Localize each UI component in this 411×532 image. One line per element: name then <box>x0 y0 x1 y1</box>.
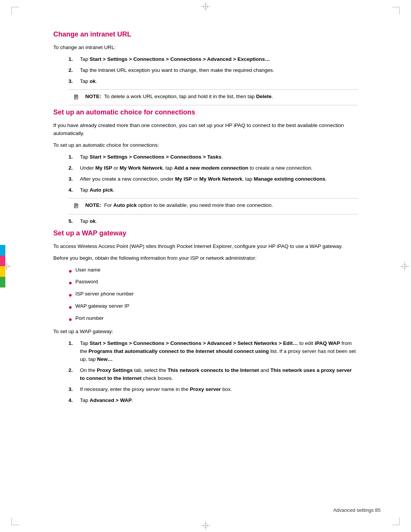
reg-mark-top <box>201 2 210 11</box>
page-footer: Advanced settings 85 <box>333 507 381 513</box>
step-number: 1. <box>68 56 80 64</box>
step-2-change-intranet: 2. Tap the intranet URL exception you wa… <box>68 67 358 75</box>
step-number: 2. <box>68 164 80 172</box>
bullet-text: Port number <box>75 314 104 322</box>
corner-mark-bl <box>11 518 19 525</box>
note-icon: 🖹 <box>73 93 82 102</box>
intro1-wap: To access Wireless Access Point (WAP) si… <box>53 243 358 251</box>
step-number: 3. <box>68 175 80 183</box>
step-content: Under My ISP or My Work Network, tap Add… <box>80 164 358 172</box>
note-text: NOTE: For Auto pick option to be availab… <box>85 202 273 210</box>
note-change-intranet: 🖹 NOTE: To delete a work URL exception, … <box>68 89 358 106</box>
step-content: Tap Advanced > WAP. <box>80 397 358 405</box>
step-1-auto: 1. Tap Start > Settings > Connections > … <box>68 153 358 161</box>
intro2-wap: Before you begin, obtain the following i… <box>53 254 358 262</box>
bullet-item-password: ● Password <box>68 278 358 288</box>
step-content: Tap Start > Settings > Connections > Con… <box>80 153 358 161</box>
color-bar-cyan <box>0 245 5 256</box>
step-content: Tap ok. <box>80 218 358 226</box>
bullet-item-wap-ip: ● WAP gateway server IP <box>68 302 358 312</box>
intro2-automatic-choice: To set up an automatic choice for connec… <box>53 141 358 149</box>
step-number: 4. <box>68 186 80 194</box>
intro3-wap: To set up a WAP gateway: <box>53 328 358 336</box>
intro-change-intranet-url: To change an intranet URL: <box>53 44 358 52</box>
step-number: 3. <box>68 386 80 394</box>
bullet-icon: ● <box>68 303 75 312</box>
bullet-icon: ● <box>68 291 75 300</box>
corner-mark-tl <box>11 7 19 14</box>
bullet-text: Password <box>75 278 98 286</box>
step-content: Tap Start > Settings > Connections > Con… <box>80 340 358 364</box>
bullet-icon: ● <box>68 315 75 324</box>
step-content: Tap the intranet URL exception you want … <box>80 67 358 75</box>
steps-change-intranet-url: 1. Tap Start > Settings > Connections > … <box>68 56 358 86</box>
step-2-wap: 2. On the Proxy Settings tab, select the… <box>68 367 358 383</box>
step-number: 1. <box>68 340 80 348</box>
corner-mark-tr <box>392 7 400 14</box>
step-content: Tap ok. <box>80 78 358 86</box>
step-content: After you create a new connection, under… <box>80 175 358 183</box>
step-content: On the Proxy Settings tab, select the Th… <box>80 367 358 383</box>
step-3-change-intranet: 3. Tap ok. <box>68 78 358 86</box>
step-content: If necessary, enter the proxy server nam… <box>80 386 358 394</box>
intro1-automatic-choice: If you have already created more than on… <box>53 122 358 138</box>
step-number: 5. <box>68 218 80 226</box>
section-wap-gateway: Set up a WAP gateway To access Wireless … <box>53 229 358 405</box>
bullet-item-isp-phone: ● ISP server phone number <box>68 290 358 300</box>
step-number: 2. <box>68 67 80 75</box>
step-2-auto: 2. Under My ISP or My Work Network, tap … <box>68 164 358 172</box>
note-automatic-choice: 🖹 NOTE: For Auto pick option to be avail… <box>68 198 358 214</box>
step-1-wap: 1. Tap Start > Settings > Connections > … <box>68 340 358 364</box>
heading-automatic-choice: Set up an automatic choice for connectio… <box>53 108 358 116</box>
bullet-text: WAP gateway server IP <box>75 302 129 310</box>
step-1-change-intranet: 1. Tap Start > Settings > Connections > … <box>68 56 358 64</box>
step-4-wap: 4. Tap Advanced > WAP. <box>68 397 358 405</box>
bullet-text: ISP server phone number <box>75 290 134 298</box>
section-automatic-choice: Set up an automatic choice for connectio… <box>53 108 358 225</box>
color-bar-magenta <box>0 256 5 266</box>
bullet-item-port: ● Port number <box>68 314 358 324</box>
color-bars <box>0 245 5 287</box>
step-content: Tap Start > Settings > Connections > Con… <box>80 56 358 64</box>
note-icon: 🖹 <box>73 202 82 211</box>
color-bar-yellow <box>0 266 5 277</box>
step-3-wap: 3. If necessary, enter the proxy server … <box>68 386 358 394</box>
step-number: 2. <box>68 367 80 375</box>
step-3-auto: 3. After you create a new connection, un… <box>68 175 358 183</box>
step-number: 3. <box>68 78 80 86</box>
bullet-item-username: ● User name <box>68 266 358 276</box>
step-number: 1. <box>68 153 80 161</box>
step-content: Tap Auto pick. <box>80 186 358 194</box>
color-bar-green <box>0 277 5 287</box>
section-change-intranet-url: Change an intranet URL To change an intr… <box>53 30 358 105</box>
bullet-list-wap: ● User name ● Password ● ISP server phon… <box>68 266 358 324</box>
steps-wap: 1. Tap Start > Settings > Connections > … <box>68 340 358 404</box>
bullet-icon: ● <box>68 267 75 276</box>
step-number: 4. <box>68 397 80 405</box>
step-5-auto: 5. Tap ok. <box>68 218 358 226</box>
reg-mark-right <box>400 262 409 271</box>
bullet-icon: ● <box>68 278 75 288</box>
steps-automatic-choice: 1. Tap Start > Settings > Connections > … <box>68 153 358 194</box>
heading-change-intranet-url: Change an intranet URL <box>53 30 358 38</box>
heading-wap-gateway: Set up a WAP gateway <box>53 229 358 237</box>
step-4-auto: 4. Tap Auto pick. <box>68 186 358 194</box>
bullet-text: User name <box>75 266 100 274</box>
steps2-automatic-choice: 5. Tap ok. <box>68 218 358 226</box>
note-text: NOTE: To delete a work URL exception, ta… <box>85 93 273 101</box>
page: Change an intranet URL To change an intr… <box>0 0 411 532</box>
corner-mark-br <box>392 518 400 525</box>
main-content: Change an intranet URL To change an intr… <box>53 30 358 405</box>
reg-mark-bottom <box>201 521 210 530</box>
